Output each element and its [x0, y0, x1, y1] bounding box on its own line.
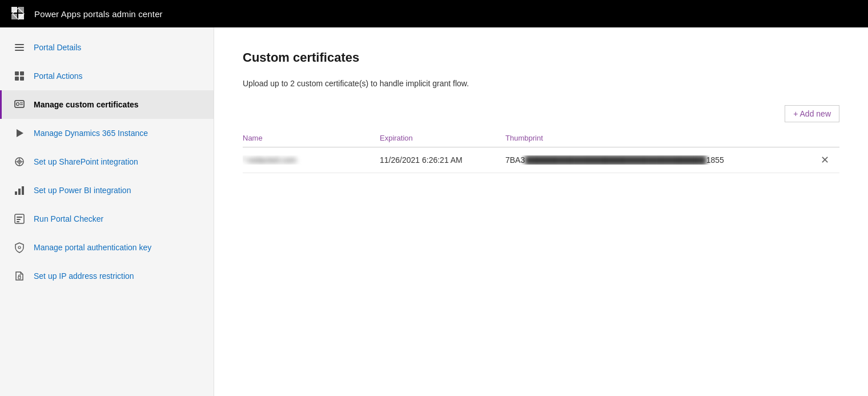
svg-rect-27	[17, 221, 19, 222]
sidebar-item-ip-restriction[interactable]: Set up IP address restriction	[0, 262, 214, 290]
action-bar: + Add new	[243, 105, 839, 122]
sidebar-item-manage-custom-certificates[interactable]: Manage custom certificates	[0, 90, 214, 119]
table-row: *.redacted.com 11/26/2021 6:26:21 AM 7BA…	[243, 147, 839, 173]
col-thumbprint-header: Thumbprint	[505, 134, 839, 142]
thumbprint-end: 1855	[706, 155, 724, 165]
cell-expiration-0: 11/26/2021 6:26:21 AM	[380, 155, 505, 165]
thumbprint-blurred: ████████████████████████████████	[525, 155, 706, 165]
svg-rect-25	[17, 217, 22, 218]
sidebar: Portal Details Portal Actions	[0, 27, 214, 396]
sidebar-item-auth-key[interactable]: Manage portal authentication key	[0, 233, 214, 262]
sidebar-item-label: Manage Dynamics 365 Instance	[34, 129, 148, 138]
svg-marker-16	[17, 129, 23, 137]
remove-certificate-button[interactable]: ✕	[816, 153, 834, 167]
topbar: Power Apps portals admin center	[0, 0, 868, 27]
sidebar-item-label: Portal Actions	[34, 71, 83, 81]
table-header-row: Name Expiration Thumbprint	[243, 129, 839, 147]
app-layout: Portal Details Portal Actions	[0, 27, 868, 396]
svg-rect-1	[18, 7, 24, 13]
add-new-button[interactable]: + Add new	[785, 105, 839, 122]
col-name-header: Name	[243, 134, 380, 142]
svg-rect-10	[15, 77, 19, 81]
sidebar-item-label: Manage portal authentication key	[34, 243, 151, 252]
svg-rect-2	[11, 14, 17, 19]
svg-rect-7	[15, 50, 24, 51]
topbar-title: Power Apps portals admin center	[34, 9, 163, 19]
svg-rect-8	[15, 71, 19, 75]
sidebar-item-sharepoint[interactable]: Set up SharePoint integration	[0, 147, 214, 176]
sidebar-item-manage-dynamics[interactable]: Manage Dynamics 365 Instance	[0, 119, 214, 147]
svg-point-28	[18, 246, 21, 249]
sidebar-item-label: Portal Details	[34, 43, 81, 52]
sidebar-item-label: Run Portal Checker	[34, 214, 103, 223]
play-icon	[13, 127, 26, 139]
sidebar-item-label: Set up Power BI integration	[34, 186, 131, 195]
sharepoint-icon	[13, 155, 26, 168]
grid-icon	[13, 70, 26, 82]
sidebar-item-portal-details[interactable]: Portal Details	[0, 33, 214, 62]
shield-icon	[13, 241, 26, 254]
svg-rect-11	[20, 77, 24, 81]
svg-rect-5	[15, 44, 24, 45]
svg-rect-9	[20, 71, 24, 75]
sidebar-item-label: Manage custom certificates	[34, 100, 139, 109]
sidebar-item-label: Set up IP address restriction	[34, 271, 134, 281]
svg-rect-6	[15, 47, 24, 48]
svg-rect-22	[18, 189, 21, 195]
cell-thumbprint-0: 7BA3████████████████████████████████1855	[505, 155, 839, 165]
checker-icon	[13, 213, 26, 225]
list-icon	[13, 41, 26, 54]
main-content: Custom certificates Upload up to 2 custo…	[214, 27, 868, 396]
svg-rect-26	[17, 219, 21, 220]
app-logo	[10, 6, 26, 22]
svg-rect-29	[18, 277, 21, 279]
certificates-table: Name Expiration Thumbprint *.redacted.co…	[243, 129, 839, 173]
bar-icon	[13, 184, 26, 197]
svg-rect-23	[22, 186, 24, 195]
certificate-row-0: *.redacted.com 11/26/2021 6:26:21 AM 7BA…	[243, 147, 839, 173]
thumbprint-start: 7BA3	[505, 155, 525, 165]
sidebar-item-portal-checker[interactable]: Run Portal Checker	[0, 205, 214, 233]
svg-rect-21	[15, 191, 17, 195]
cert-name-blurred: *.redacted.com	[243, 155, 296, 165]
file-lock-icon	[13, 270, 26, 282]
cell-name-0: *.redacted.com	[243, 155, 380, 165]
sidebar-item-label: Set up SharePoint integration	[34, 157, 138, 166]
page-title: Custom certificates	[243, 50, 839, 65]
sidebar-item-powerbi[interactable]: Set up Power BI integration	[0, 176, 214, 205]
sidebar-item-portal-actions[interactable]: Portal Actions	[0, 62, 214, 90]
svg-point-13	[17, 103, 19, 106]
col-expiration-header: Expiration	[380, 134, 505, 142]
description: Upload up to 2 custom certificate(s) to …	[243, 79, 839, 88]
cert-icon	[13, 98, 26, 111]
